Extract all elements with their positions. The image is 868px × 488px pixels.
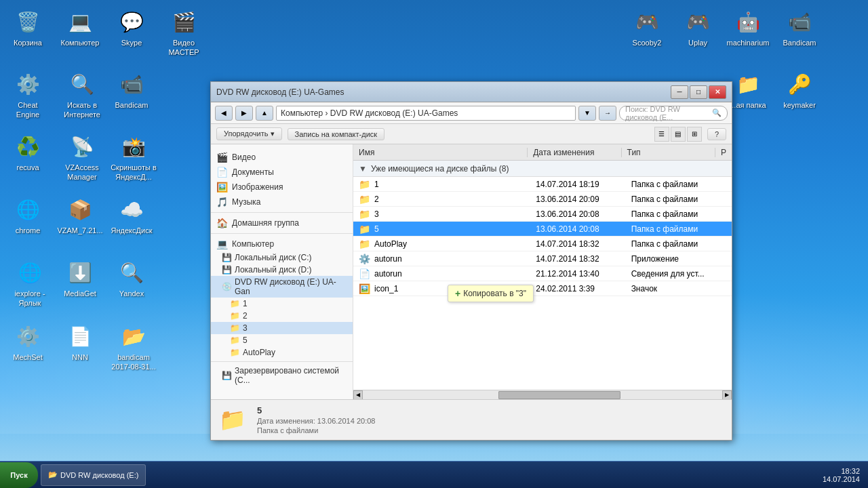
desktop-icon-yandexdisk[interactable]: ☁️ ЯндексДиск [107, 193, 156, 238]
sidebar-item-images[interactable]: 🖼️ Изображения [211, 180, 353, 195]
sidebar-divider-2 [211, 233, 353, 234]
sidebar-item-homegroup[interactable]: 🏠 Домашняя группа [211, 216, 353, 230]
desktop-icon-iexplore[interactable]: 🌐 iexplore - Ярлык [3, 256, 56, 311]
col-header-name[interactable]: Имя [353, 148, 528, 157]
desktop-icon-recuva[interactable]: ♻️ recuva [3, 130, 52, 175]
file-2-date: 13.06.2014 20:09 [530, 195, 625, 204]
scooby-icon: 🎮 [633, 8, 660, 35]
desktop-icon-vzam[interactable]: 📦 VZAM_7.21... [56, 193, 104, 238]
desktop-icon-iskat[interactable]: 🔍 Искать в Интернете [56, 68, 108, 123]
scooby-label: Scooby2 [633, 38, 662, 47]
desktop-icon-bandicam-top[interactable]: 📹 Bandicam [775, 5, 824, 50]
desktop-icon-bandicam-folder[interactable]: 📂 bandicam 2017-08-31... [107, 320, 160, 375]
hscroll-thumb[interactable] [498, 391, 620, 399]
sidebar-item-computer[interactable]: 💻 Компьютер [211, 237, 353, 251]
desktop-icon-mediaget[interactable]: ⬇️ MediaGet [56, 256, 104, 301]
col-header-type[interactable]: Тип [622, 148, 715, 157]
address-path[interactable]: Компьютер › DVD RW дисковод (E:) UA-Game… [276, 106, 576, 121]
file-1-icon: 📁 [359, 179, 370, 190]
status-info: 5 Дата изменения: 13.06.2014 20:08 Папка… [257, 405, 375, 434]
file-list-body: ▼ Уже имеющиеся на диске файлы (8) 📁 1 1… [353, 161, 732, 390]
burn-button[interactable]: Запись на компакт-диск [288, 128, 385, 140]
start-button[interactable]: Пуск [0, 462, 38, 488]
desktop-icon-uplay[interactable]: 🎮 Uplay [673, 5, 722, 50]
desktop-icon-keymaker[interactable]: 🔑 keymaker [775, 68, 824, 113]
sidebar-tree-autoplay[interactable]: 📁 AutoPlay [211, 346, 353, 359]
taskbar-item-explorer[interactable]: 📂 DVD RW дисковод (E:) [41, 464, 146, 486]
sidebar-tree-folder-5[interactable]: 📁 5 [211, 334, 353, 346]
sidebar-item-music[interactable]: 🎵 Музыка [211, 195, 353, 209]
copy-tooltip[interactable]: + Копировать в "3" [448, 285, 534, 302]
up-button[interactable]: ▲ [256, 106, 273, 121]
details-view-button[interactable]: ▤ [671, 127, 686, 142]
minimize-button[interactable]: ─ [671, 85, 688, 99]
keymaker-label: keymaker [783, 100, 816, 110]
desktop-icon-vzaccess[interactable]: 📡 VZAccess Manager [56, 130, 108, 185]
tree-folder-1-label: 1 [243, 299, 248, 308]
sidebar-item-drive-c[interactable]: 💾 Локальный диск (C:) [211, 251, 353, 264]
maximize-button[interactable]: □ [690, 85, 707, 99]
organize-button[interactable]: Упорядочить ▾ [216, 127, 282, 140]
file-row-1[interactable]: 📁 1 14.07.2014 18:19 Папка с файлами [353, 177, 732, 192]
sidebar-item-video[interactable]: 🎬 Видео [211, 150, 353, 165]
forward-button[interactable]: ▶ [235, 106, 253, 121]
sidebar-item-video-label: Видео [232, 152, 256, 162]
list-view-button[interactable]: ☰ [654, 127, 669, 142]
back-button[interactable]: ◀ [215, 106, 233, 121]
recuva-label: recuva [16, 163, 39, 172]
mediaget-label: MediaGet [64, 289, 96, 298]
yandex-label: Yandex [119, 289, 144, 298]
file-row-autorun1[interactable]: ⚙️ autorun 14.07.2014 18:32 Приложение [353, 251, 732, 266]
music-folder-icon: 🎵 [216, 197, 228, 207]
desktop-icon-scooby[interactable]: 🎮 Scooby2 [623, 5, 671, 50]
file-row-autoplay[interactable]: 📁 AutoPlay 14.07.2014 18:32 Папка с файл… [353, 237, 732, 251]
desktop-icon-skrinshoty[interactable]: 📸 Скриншоты в ЯндексД... [107, 130, 160, 185]
file-row-icon1[interactable]: 🖼️ icon_1 24.02.2011 3:39 Значок [353, 281, 732, 296]
hscroll-right-button[interactable]: ▶ [722, 390, 732, 400]
sidebar: 🎬 Видео 📄 Документы 🖼️ Изображения 🎵 Муз… [211, 144, 353, 399]
desktop-icon-yandex[interactable]: 🔍 Yandex [107, 256, 156, 301]
desktop-icon-nnn[interactable]: 📄 NNN [56, 320, 104, 365]
tree-folder-5-label: 5 [243, 336, 248, 345]
expand-button[interactable]: ▼ [578, 106, 596, 121]
sidebar-item-drive-d[interactable]: 💾 Локальный диск (D:) [211, 264, 353, 276]
help-button[interactable]: ? [707, 128, 726, 140]
komputer-icon: 💻 [66, 8, 94, 35]
sidebar-tree-folder-1[interactable]: 📁 1 [211, 298, 353, 310]
desktop-icon-skype[interactable]: 💬 Skype [107, 5, 156, 50]
sidebar-tree-folder-2[interactable]: 📁 2 [211, 310, 353, 322]
section-toggle-icon[interactable]: ▼ [359, 164, 367, 174]
file-row-autorun2[interactable]: 📄 autorun 21.12.2014 13:40 Сведения для … [353, 266, 732, 281]
sidebar-tree-folder-3[interactable]: 📁 3 [211, 322, 353, 334]
col-header-date[interactable]: Дата изменения [528, 148, 621, 157]
computer-icon: 💻 [216, 239, 228, 249]
status-name: 5 [257, 405, 375, 415]
file-3-icon: 📁 [359, 209, 370, 220]
hscroll-left-button[interactable]: ◀ [353, 390, 363, 400]
file-row-3[interactable]: 📁 3 13.06.2014 20:08 Папка с файлами [353, 207, 732, 222]
status-folder-icon: 📁 [219, 407, 246, 434]
search-box[interactable]: Поиск: DVD RW дисковод (E... 🔍 [619, 106, 728, 121]
tree-folder-1-icon: 📁 [230, 299, 240, 308]
sidebar-item-reserved[interactable]: 💾 Зарезервировано системой (С... [211, 365, 353, 386]
go-button[interactable]: → [599, 106, 616, 121]
desktop-icon-bandicam2[interactable]: 📹 Bandicam [107, 68, 156, 113]
file-row-2[interactable]: 📁 2 13.06.2014 20:09 Папка с файлами [353, 192, 732, 207]
desktop-icon-korzina[interactable]: 🗑️ Корзина [3, 5, 52, 50]
icon-view-button[interactable]: ⊞ [687, 127, 702, 142]
desktop-icon-cheat-engine[interactable]: ⚙️ Cheat Engine [3, 68, 52, 123]
file-row-5[interactable]: 📁 5 13.06.2014 20:08 Папка с файлами [353, 222, 732, 237]
desktop-icon-komputer[interactable]: 💻 Компьютер [56, 5, 104, 50]
col-header-size[interactable]: Р [715, 148, 732, 157]
status-bar: 📁 5 Дата изменения: 13.06.2014 20:08 Пап… [211, 399, 732, 440]
autorun1-icon: ⚙️ [359, 253, 370, 264]
file-3-date: 13.06.2014 20:08 [530, 209, 625, 219]
desktop-icon-video[interactable]: 🎬 Видео МАСТЕР [157, 5, 210, 60]
desktop-icon-machinarium[interactable]: 🤖 machinarium [724, 5, 772, 50]
sidebar-item-documents[interactable]: 📄 Документы [211, 165, 353, 180]
desktop-icon-chrome[interactable]: 🌐 chrome [3, 193, 52, 238]
sidebar-item-drive-e[interactable]: 💿 DVD RW дисковод (E:) UA-Gan [211, 276, 353, 298]
close-button[interactable]: ✕ [709, 85, 726, 99]
tree-autoplay-icon: 📁 [230, 348, 240, 357]
desktop-icon-mechset[interactable]: ⚙️ MechSet [3, 320, 52, 365]
